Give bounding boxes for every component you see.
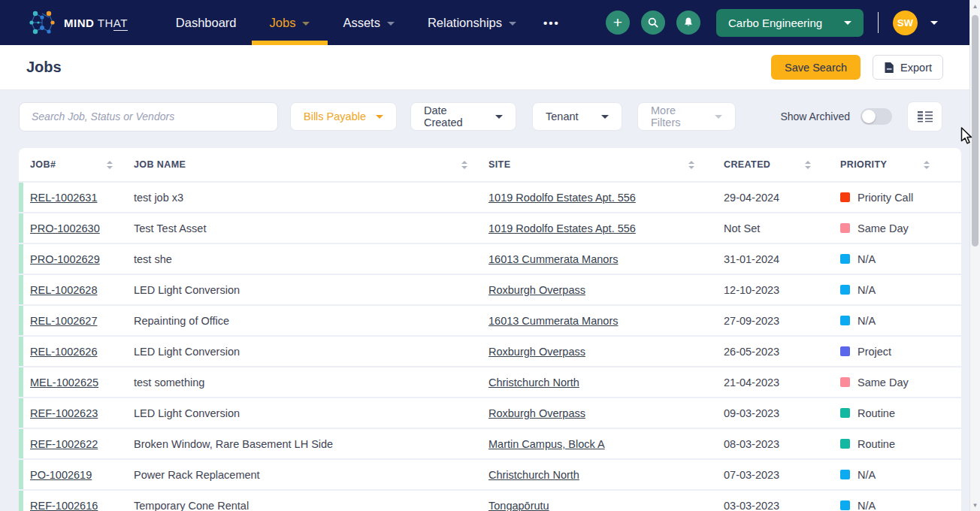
site-link[interactable]: 16013 Cummerata Manors [488, 253, 618, 265]
job-number-link[interactable]: PRO-1002629 [30, 253, 100, 265]
search-button[interactable] [641, 11, 665, 35]
filter-right-cluster: Show Archived [780, 101, 942, 132]
table-row[interactable]: REL-1002626 LED Light Conversion Roxburg… [19, 337, 961, 366]
site-link[interactable]: Roxburgh Overpass [488, 284, 585, 296]
user-menu-caret-icon[interactable] [930, 21, 938, 25]
priority-cell: N/A [840, 469, 961, 481]
sort-icon[interactable] [107, 161, 113, 169]
company-selector[interactable]: Carbo Engineering [716, 9, 864, 37]
search-input[interactable] [19, 102, 278, 132]
table-row[interactable]: PO-1002619 Power Rack Replacement Christ… [19, 460, 961, 489]
job-name-cell: test something [134, 376, 488, 389]
add-button[interactable]: + [606, 11, 630, 35]
column-header-job-name[interactable]: JOB NAME [134, 148, 488, 181]
job-number-link[interactable]: REL-1002627 [30, 315, 98, 327]
site-link[interactable]: Roxburgh Overpass [488, 346, 585, 358]
site-link[interactable]: Christchurch North [488, 469, 579, 481]
job-name-cell: Broken Window, Rare Basement LH Side [134, 438, 488, 450]
chevron-down-icon [509, 22, 516, 26]
date-created-filter[interactable]: Date Created [410, 102, 516, 131]
plus-icon: + [613, 14, 622, 30]
view-density-button[interactable] [907, 101, 942, 132]
user-avatar[interactable]: SW [893, 11, 918, 35]
csv-file-icon [884, 62, 894, 74]
tenant-filter[interactable]: Tenant [532, 102, 622, 131]
brand-logo[interactable]: MIND THAT [26, 6, 128, 39]
scroll-thumb[interactable] [972, 15, 978, 246]
job-number-link[interactable]: REL-1002631 [30, 192, 98, 204]
table-row[interactable]: PRO-1002629 test she 16013 Cummerata Man… [19, 244, 961, 274]
notifications-button[interactable] [676, 11, 700, 35]
column-header-job-number[interactable]: JOB# [23, 148, 134, 181]
nav-item-assets[interactable]: Assets [326, 0, 411, 45]
priority-label: Routine [858, 407, 895, 419]
nav-item-dashboard[interactable]: Dashboard [159, 0, 253, 45]
table-row[interactable]: MEL-1002625 test something Christchurch … [19, 367, 961, 397]
nav-more-menu[interactable]: ••• [533, 0, 570, 45]
list-density-icon [918, 110, 933, 122]
job-number-link[interactable]: REL-1002628 [30, 284, 98, 296]
sort-icon[interactable] [461, 161, 467, 169]
priority-label: N/A [858, 500, 876, 511]
job-number-link[interactable]: PRO-1002630 [30, 222, 100, 234]
job-number-link[interactable]: REF-1002616 [30, 500, 98, 511]
job-name-cell: test job x3 [134, 192, 488, 204]
bills-payable-filter[interactable]: Bills Payable [290, 102, 397, 131]
caret-down-icon [844, 21, 851, 25]
export-button[interactable]: Export [873, 55, 943, 80]
site-link[interactable]: 16013 Cummerata Manors [488, 315, 618, 327]
save-search-button[interactable]: Save Search [771, 55, 861, 80]
page-scrollbar[interactable]: ▲ ▼ [969, 0, 980, 511]
priority-swatch [840, 500, 850, 510]
table-row[interactable]: REF-1002622 Broken Window, Rare Basement… [19, 429, 961, 458]
show-archived-toggle[interactable] [861, 108, 892, 125]
more-filters-button[interactable]: More Filters [637, 102, 736, 131]
priority-cell: N/A [840, 284, 961, 296]
created-cell: 08-03-2023 [724, 438, 840, 450]
scroll-down-button[interactable]: ▼ [970, 499, 980, 511]
site-link[interactable]: Martin Campus, Block A [488, 438, 605, 450]
table-row[interactable]: REL-1002631 test job x3 1019 Rodolfo Est… [19, 183, 961, 212]
toggle-knob [862, 110, 876, 123]
column-header-priority[interactable]: PRIORITY [840, 148, 961, 181]
sort-icon[interactable] [805, 161, 811, 169]
job-number-link[interactable]: PO-1002619 [30, 469, 92, 481]
nav-item-jobs[interactable]: Jobs [253, 0, 327, 45]
site-link[interactable]: Christchurch North [488, 376, 579, 389]
site-link[interactable]: 1019 Rodolfo Estates Apt. 556 [488, 222, 636, 234]
job-number-link[interactable]: MEL-1002625 [30, 376, 98, 389]
job-number-link[interactable]: REF-1002622 [30, 438, 98, 450]
nav-right-cluster: + Carbo Engineering SW [606, 9, 938, 37]
priority-label: N/A [858, 469, 876, 481]
table-row[interactable]: REL-1002627 Repainting of Office 16013 C… [19, 306, 961, 335]
jobs-table: JOB# JOB NAME SITE CREATED PRIORITY REL-… [19, 148, 961, 511]
priority-label: N/A [858, 315, 876, 327]
nav-item-relationships[interactable]: Relationships [411, 0, 533, 45]
priority-cell: N/A [840, 500, 961, 511]
site-link[interactable]: 1019 Rodolfo Estates Apt. 556 [488, 192, 636, 204]
created-cell: 26-05-2023 [724, 346, 840, 358]
table-body: REL-1002631 test job x3 1019 Rodolfo Est… [19, 183, 961, 511]
job-name-cell: LED Light Conversion [134, 346, 488, 358]
table-row[interactable]: PRO-1002630 Test Test Asset 1019 Rodolfo… [19, 213, 961, 243]
table-row[interactable]: REF-1002623 LED Light Conversion Roxburg… [19, 398, 961, 428]
column-header-site[interactable]: SITE [488, 148, 724, 181]
scroll-up-button[interactable]: ▲ [970, 0, 980, 12]
caret-down-icon [715, 115, 722, 119]
caret-down-icon [376, 115, 383, 119]
table-row[interactable]: REF-1002616 Temporary Cone Rental Tongap… [19, 491, 961, 511]
priority-cell: N/A [840, 253, 961, 265]
job-number-link[interactable]: REL-1002626 [30, 346, 98, 358]
priority-swatch [840, 346, 850, 356]
site-link[interactable]: Tongapōrutu [488, 500, 549, 511]
column-header-created[interactable]: CREATED [724, 148, 840, 181]
priority-label: Same Day [858, 222, 909, 234]
sort-icon[interactable] [924, 161, 930, 169]
site-link[interactable]: Roxburgh Overpass [488, 407, 585, 419]
header-actions: Save Search Export [771, 55, 943, 80]
priority-cell: Project [840, 346, 961, 358]
sort-icon[interactable] [688, 161, 694, 169]
job-number-link[interactable]: REF-1002623 [30, 407, 98, 419]
table-row[interactable]: REL-1002628 LED Light Conversion Roxburg… [19, 275, 961, 304]
created-cell: 03-03-2023 [724, 500, 840, 511]
